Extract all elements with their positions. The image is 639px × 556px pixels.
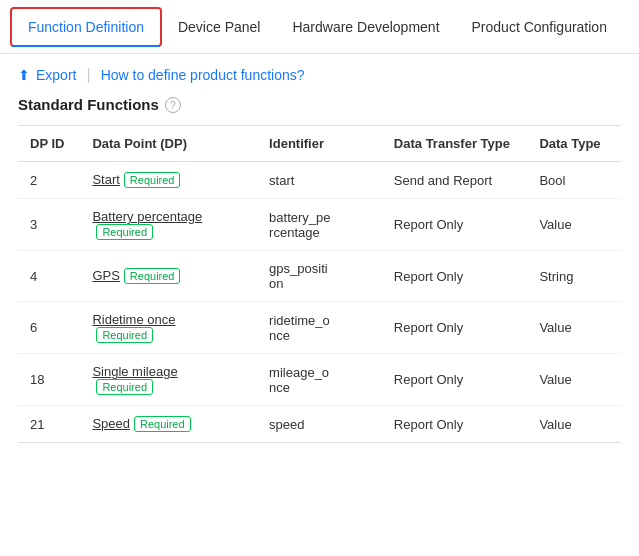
- cell-dp-id: 6: [18, 302, 80, 354]
- table-header-row: DP ID Data Point (DP) Identifier Data Tr…: [18, 126, 621, 162]
- standard-functions-section: Standard Functions ? DP ID Data Point (D…: [0, 96, 639, 453]
- cell-data-type: String: [527, 251, 621, 302]
- required-badge: Required: [124, 268, 181, 284]
- dp-name-text: Start: [92, 172, 119, 187]
- cell-data-type: Value: [527, 406, 621, 443]
- cell-dp-name: StartRequired: [80, 162, 257, 199]
- dp-name-text: Speed: [92, 416, 130, 431]
- col-header-identifier: Identifier: [257, 126, 382, 162]
- functions-table: DP ID Data Point (DP) Identifier Data Tr…: [18, 125, 621, 443]
- col-header-dp: Data Point (DP): [80, 126, 257, 162]
- cell-dp-name: Ridetime onceRequired: [80, 302, 257, 354]
- dp-name-text: Ridetime once: [92, 312, 175, 327]
- cell-data-type: Value: [527, 199, 621, 251]
- dp-name-text: GPS: [92, 268, 119, 283]
- cell-transfer-type: Report Only: [382, 354, 528, 406]
- table-row: 4GPSRequiredgps_positi onReport OnlyStri…: [18, 251, 621, 302]
- col-header-transfer-type: Data Transfer Type: [382, 126, 528, 162]
- cell-identifier: battery_pe rcentage: [257, 199, 382, 251]
- table-row: 18Single mileageRequiredmileage_o nceRep…: [18, 354, 621, 406]
- cell-data-type: Bool: [527, 162, 621, 199]
- export-button[interactable]: ⬆ Export: [18, 67, 76, 83]
- table-row: 3Battery percentageRequiredbattery_pe rc…: [18, 199, 621, 251]
- col-header-dp-id: DP ID: [18, 126, 80, 162]
- export-icon: ⬆: [18, 67, 30, 83]
- cell-identifier: gps_positi on: [257, 251, 382, 302]
- toolbar-divider: |: [86, 66, 90, 84]
- cell-dp-id: 18: [18, 354, 80, 406]
- cell-data-type: Value: [527, 354, 621, 406]
- cell-data-type: Value: [527, 302, 621, 354]
- cell-dp-id: 21: [18, 406, 80, 443]
- cell-dp-name: Battery percentageRequired: [80, 199, 257, 251]
- required-badge: Required: [96, 327, 153, 343]
- tab-bar: Function Definition Device Panel Hardwar…: [0, 0, 639, 54]
- table-row: 21SpeedRequiredspeedReport OnlyValue: [18, 406, 621, 443]
- required-badge: Required: [96, 379, 153, 395]
- dp-name-text: Battery percentage: [92, 209, 202, 224]
- cell-transfer-type: Report Only: [382, 199, 528, 251]
- cell-transfer-type: Report Only: [382, 302, 528, 354]
- required-badge: Required: [96, 224, 153, 240]
- cell-dp-id: 2: [18, 162, 80, 199]
- dp-name-text: Single mileage: [92, 364, 177, 379]
- section-help-icon[interactable]: ?: [165, 97, 181, 113]
- cell-transfer-type: Report Only: [382, 251, 528, 302]
- tab-function-definition[interactable]: Function Definition: [10, 7, 162, 47]
- cell-dp-name: SpeedRequired: [80, 406, 257, 443]
- table-row: 2StartRequiredstartSend and ReportBool: [18, 162, 621, 199]
- required-badge: Required: [124, 172, 181, 188]
- tab-hardware-development[interactable]: Hardware Development: [276, 0, 455, 54]
- cell-identifier: mileage_o nce: [257, 354, 382, 406]
- tab-device-panel[interactable]: Device Panel: [162, 0, 277, 54]
- cell-identifier: speed: [257, 406, 382, 443]
- cell-dp-name: Single mileageRequired: [80, 354, 257, 406]
- section-title: Standard Functions ?: [18, 96, 621, 113]
- table-row: 6Ridetime onceRequiredridetime_o nceRepo…: [18, 302, 621, 354]
- cell-identifier: ridetime_o nce: [257, 302, 382, 354]
- toolbar: ⬆ Export | How to define product functio…: [0, 54, 639, 96]
- required-badge: Required: [134, 416, 191, 432]
- cell-dp-name: GPSRequired: [80, 251, 257, 302]
- cell-transfer-type: Report Only: [382, 406, 528, 443]
- tab-product-configuration[interactable]: Product Configuration: [456, 0, 623, 54]
- cell-dp-id: 4: [18, 251, 80, 302]
- cell-dp-id: 3: [18, 199, 80, 251]
- col-header-data-type: Data Type: [527, 126, 621, 162]
- cell-identifier: start: [257, 162, 382, 199]
- help-link[interactable]: How to define product functions?: [101, 67, 305, 83]
- cell-transfer-type: Send and Report: [382, 162, 528, 199]
